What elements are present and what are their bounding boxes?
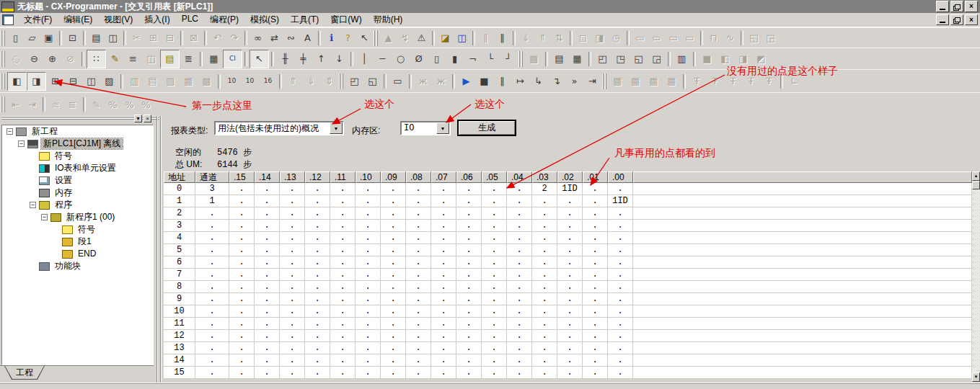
- table-cell[interactable]: .: [381, 220, 406, 231]
- table-cell[interactable]: .: [381, 330, 406, 341]
- table-cell[interactable]: .: [557, 269, 583, 280]
- table-cell[interactable]: .: [456, 232, 482, 243]
- restore-button[interactable]: [950, 1, 963, 12]
- zoom-out-button[interactable]: ⊖: [25, 50, 43, 68]
- table-cell[interactable]: .: [406, 342, 431, 354]
- table-cell[interactable]: 14: [164, 354, 195, 366]
- online-edit-button[interactable]: ◱: [746, 30, 762, 46]
- pause-button[interactable]: ‖: [494, 30, 511, 46]
- table-cell[interactable]: .: [305, 305, 330, 317]
- column-header[interactable]: .11: [330, 171, 356, 183]
- tree-item-function-blocks[interactable]: 功能块: [2, 260, 153, 272]
- table-cell[interactable]: .: [608, 330, 633, 341]
- table-cell[interactable]: .: [381, 195, 406, 207]
- table-cell[interactable]: .: [608, 305, 633, 317]
- table-cell[interactable]: .: [381, 207, 406, 219]
- table-cell[interactable]: .: [381, 269, 406, 280]
- display-signed-decimal-button[interactable]: 10: [241, 73, 259, 90]
- table-cell[interactable]: 7: [164, 269, 195, 280]
- tree-item-program1[interactable]: −新程序1 (00): [2, 211, 153, 223]
- table-cell[interactable]: .: [195, 305, 229, 317]
- table-cell[interactable]: .: [381, 244, 406, 256]
- table-cell[interactable]: .: [255, 330, 280, 341]
- table-cell[interactable]: .: [305, 195, 330, 207]
- generate-button[interactable]: 生成: [458, 120, 516, 135]
- find-bit-address-button[interactable]: ∾: [283, 30, 299, 46]
- table-cell[interactable]: .: [280, 232, 305, 243]
- download-to-plc-button[interactable]: ⇓: [518, 30, 534, 46]
- find-replace-button[interactable]: A: [299, 30, 316, 46]
- table-cell[interactable]: .: [406, 195, 431, 207]
- table-cell[interactable]: .: [255, 318, 280, 329]
- menu-item[interactable]: 插入(I): [138, 12, 175, 27]
- zoom-reset-button[interactable]: ⊘: [61, 50, 79, 68]
- table-cell[interactable]: .: [356, 367, 381, 378]
- tree-expander-icon[interactable]: −: [6, 128, 13, 135]
- column-header[interactable]: .14: [255, 171, 280, 183]
- table-cell[interactable]: .: [557, 305, 583, 317]
- help-button[interactable]: ?: [340, 30, 356, 46]
- table-cell[interactable]: .: [330, 354, 356, 366]
- column-header[interactable]: .05: [482, 171, 507, 183]
- table-cell[interactable]: .: [557, 232, 583, 243]
- table-cell[interactable]: .: [195, 293, 229, 305]
- table-cell[interactable]: .: [431, 293, 456, 305]
- display-decimal-button[interactable]: 10: [223, 73, 241, 90]
- table-cell[interactable]: .: [456, 330, 482, 341]
- table-cell[interactable]: 12: [164, 330, 195, 341]
- table-cell[interactable]: .: [482, 244, 507, 256]
- table-cell[interactable]: .: [456, 183, 482, 194]
- program-syntax-check-button[interactable]: ▦: [568, 50, 586, 68]
- table-cell[interactable]: .: [280, 281, 305, 292]
- table-cell[interactable]: .: [255, 305, 280, 317]
- copy-button[interactable]: ⊞: [145, 30, 162, 46]
- program-check-button[interactable]: ↯: [397, 30, 413, 46]
- doc-minimize-button[interactable]: [936, 14, 949, 25]
- table-cell[interactable]: .: [356, 232, 381, 243]
- menu-item[interactable]: 编程(P): [204, 12, 244, 27]
- column-header[interactable]: .01: [583, 171, 608, 183]
- workspace-grip[interactable]: ▾ ×: [1, 116, 159, 123]
- memory-area-select[interactable]: IO ▼: [400, 121, 451, 135]
- column-header[interactable]: .02: [557, 171, 583, 183]
- table-cell[interactable]: .: [532, 305, 557, 317]
- table-cell[interactable]: .: [330, 256, 356, 268]
- table-cell[interactable]: .: [456, 195, 482, 207]
- indent-left-button[interactable]: ⇤: [7, 97, 24, 112]
- table-cell[interactable]: .: [255, 244, 280, 256]
- tree-item-program1-symbols[interactable]: 符号: [2, 223, 153, 236]
- replace-button[interactable]: ⇄: [266, 30, 283, 46]
- scroll-thumb[interactable]: [972, 181, 980, 189]
- align-list-2-button[interactable]: ≣: [64, 97, 81, 112]
- table-cell[interactable]: .: [482, 281, 507, 292]
- table-cell[interactable]: .: [255, 220, 280, 231]
- table-cell[interactable]: .: [482, 305, 507, 317]
- mnemonic-view-button[interactable]: ▦: [205, 50, 223, 68]
- table-cell[interactable]: .: [255, 293, 280, 305]
- plc-clock-button[interactable]: ▩: [525, 50, 543, 68]
- table-cell[interactable]: .: [482, 354, 507, 366]
- table-cell[interactable]: .: [507, 207, 532, 219]
- table-cell[interactable]: .: [507, 183, 532, 194]
- table-cell[interactable]: .: [356, 354, 381, 366]
- table-cell[interactable]: .: [195, 207, 229, 219]
- table-cell[interactable]: .: [280, 220, 305, 231]
- open-file-button[interactable]: ▱: [24, 30, 40, 46]
- context-help-button[interactable]: ↖: [356, 30, 373, 46]
- about-button[interactable]: ℹ: [323, 30, 340, 46]
- io-comment-button[interactable]: ▧: [162, 73, 180, 90]
- mode-run-button[interactable]: ▭: [681, 30, 698, 46]
- table-cell[interactable]: .: [456, 244, 482, 256]
- table-cell[interactable]: .: [255, 195, 280, 207]
- table-cell[interactable]: .: [507, 293, 532, 305]
- table-cell[interactable]: .: [280, 354, 305, 366]
- table-cell[interactable]: .: [532, 244, 557, 256]
- table-cell[interactable]: .: [456, 305, 482, 317]
- table-cell[interactable]: .: [406, 244, 431, 256]
- table-cell[interactable]: .: [507, 269, 532, 280]
- diff-monitor-2-button[interactable]: Ŧ: [706, 73, 724, 90]
- set-value-4-button[interactable]: ▦: [663, 73, 681, 90]
- rung-comment-button[interactable]: ≡: [124, 50, 142, 68]
- table-cell[interactable]: .: [482, 195, 507, 207]
- pan-hand-button[interactable]: ж: [414, 73, 432, 90]
